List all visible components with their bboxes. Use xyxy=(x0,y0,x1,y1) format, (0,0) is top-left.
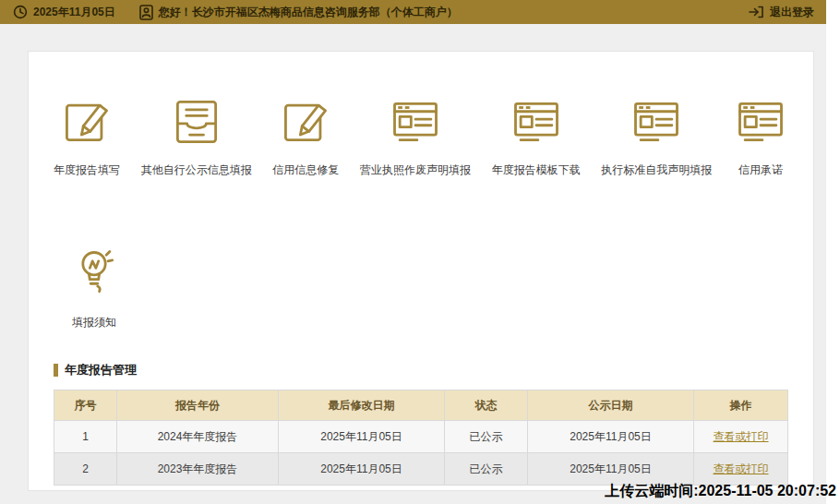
action-label: 营业执照作废声明填报 xyxy=(360,162,471,178)
form-window-icon xyxy=(733,90,788,150)
annual-report-section-header: 年度报告管理 xyxy=(54,362,788,378)
action-label: 填报须知 xyxy=(72,315,116,330)
form-window-icon xyxy=(509,90,564,150)
cell-operation: 查看或打印 xyxy=(694,421,788,453)
action-label: 信用承诺 xyxy=(738,162,783,178)
action-standard-self-declaration[interactable]: 执行标准自我声明填报 xyxy=(601,90,712,178)
clock-icon xyxy=(13,5,28,19)
notice-row: 填报须知 xyxy=(54,243,788,330)
table-row: 2 2023年年度报告 2025年11月05日 已公示 2025年11月05日 … xyxy=(54,453,788,486)
inbox-tray-icon xyxy=(169,90,224,150)
col-header-publish-date: 公示日期 xyxy=(528,390,694,421)
status-badge: 已公示 xyxy=(445,421,528,453)
cell-publish-date: 2025年11月05日 xyxy=(528,453,694,486)
cell-modified-date: 2025年11月05日 xyxy=(279,421,445,453)
action-label: 年度报告填写 xyxy=(54,162,120,178)
cell-report-year: 2024年年度报告 xyxy=(117,421,279,453)
user-icon xyxy=(139,5,153,20)
cell-operation: 查看或打印 xyxy=(694,453,788,486)
col-header-operation: 操作 xyxy=(694,390,788,421)
user-greeting: 您好！长沙市开福区杰梅商品信息咨询服务部（个体工商户） xyxy=(159,5,458,20)
action-label: 年度报告模板下载 xyxy=(492,162,581,178)
logout-arrow-icon[interactable] xyxy=(748,5,764,19)
annual-report-table: 序号 报告年份 最后修改日期 状态 公示日期 操作 1 2024年年度报告 20… xyxy=(54,390,788,486)
action-label: 信用信息修复 xyxy=(272,162,339,178)
action-filing-notice[interactable]: 填报须知 xyxy=(66,243,122,330)
action-label: 其他自行公示信息填报 xyxy=(141,162,252,178)
edit-pencil-icon xyxy=(59,90,114,150)
upload-time: 上传云端时间:2025-11-05 20:07:52 xyxy=(605,482,836,501)
cell-serial: 1 xyxy=(54,421,117,453)
cell-report-year: 2023年年度报告 xyxy=(117,453,279,486)
cell-publish-date: 2025年11月05日 xyxy=(528,421,694,453)
col-header-report-year: 报告年份 xyxy=(117,390,279,421)
quick-actions-row: 年度报告填写 其他自行公示信息填报 信用信息修复 营业执照作废声明填报 年度报告 xyxy=(54,90,788,178)
action-credit-repair[interactable]: 信用信息修复 xyxy=(272,90,339,178)
action-license-void-declaration[interactable]: 营业执照作废声明填报 xyxy=(360,90,471,178)
main-panel: 年度报告填写 其他自行公示信息填报 信用信息修复 营业执照作废声明填报 年度报告 xyxy=(28,51,814,491)
col-header-serial: 序号 xyxy=(54,390,117,421)
col-header-status: 状态 xyxy=(445,390,528,421)
form-window-icon xyxy=(388,90,443,150)
edit-pencil-icon xyxy=(278,90,333,150)
top-bar: 2025年11月05日 您好！长沙市开福区杰梅商品信息咨询服务部（个体工商户） … xyxy=(0,0,840,24)
col-header-modified-date: 最后修改日期 xyxy=(279,390,445,421)
status-badge: 已公示 xyxy=(445,453,528,486)
lightbulb-icon xyxy=(66,243,122,302)
section-accent-bar xyxy=(54,364,58,377)
logout-button[interactable]: 退出登录 xyxy=(770,5,814,20)
action-credit-commitment[interactable]: 信用承诺 xyxy=(733,90,788,178)
action-other-public-info[interactable]: 其他自行公示信息填报 xyxy=(141,90,252,178)
table-header-row: 序号 报告年份 最后修改日期 状态 公示日期 操作 xyxy=(54,390,788,421)
view-print-link[interactable]: 查看或打印 xyxy=(714,430,769,443)
form-window-icon xyxy=(629,90,684,150)
table-row: 1 2024年年度报告 2025年11月05日 已公示 2025年11月05日 … xyxy=(54,421,788,453)
current-date: 2025年11月05日 xyxy=(33,5,115,20)
action-label: 执行标准自我声明填报 xyxy=(601,162,712,178)
cell-modified-date: 2025年11月05日 xyxy=(279,453,445,486)
action-report-template-download[interactable]: 年度报告模板下载 xyxy=(492,90,581,178)
action-annual-report-fill[interactable]: 年度报告填写 xyxy=(54,90,120,178)
section-title: 年度报告管理 xyxy=(65,362,137,378)
view-print-link[interactable]: 查看或打印 xyxy=(714,462,769,475)
cell-serial: 2 xyxy=(54,453,117,486)
scrollbar-gutter[interactable] xyxy=(826,0,840,504)
